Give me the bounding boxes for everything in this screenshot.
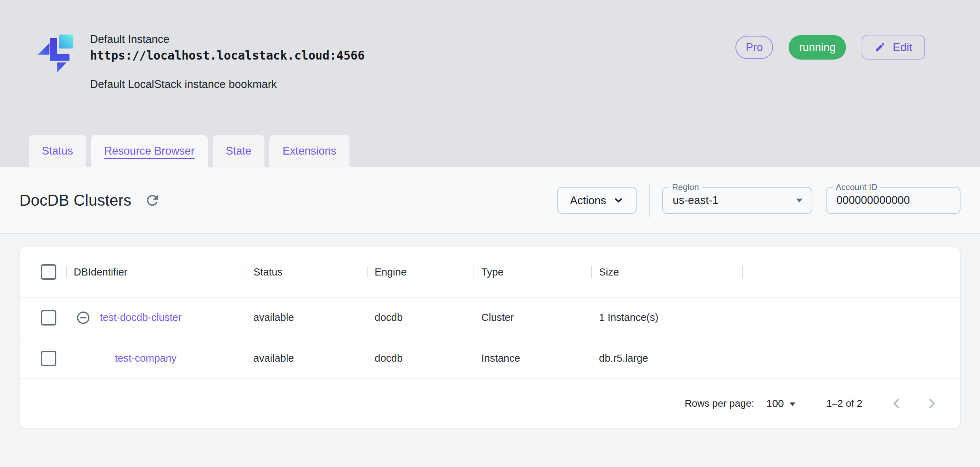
column-header-type: Type (474, 247, 591, 297)
table-header-row: DBIdentifier Status Engine Type Size (20, 247, 960, 298)
previous-page-button[interactable] (888, 395, 905, 412)
minus-circle-icon (76, 310, 91, 325)
row-checkbox-cell (20, 338, 66, 378)
chevron-down-icon (613, 195, 624, 206)
instance-tabs: Status Resource Browser State Extensions (29, 135, 350, 167)
instance-description: Default LocalStack instance bookmark (90, 78, 365, 91)
instance-header: Default Instance https://localhost.local… (0, 0, 980, 167)
page-title: DocDB Clusters (19, 191, 132, 209)
instance-info: Default Instance https://localhost.local… (90, 33, 365, 91)
dropdown-arrow-icon (796, 199, 802, 202)
instance-badges: Pro running Edit (735, 35, 925, 60)
pagination-range: 1–2 of 2 (827, 398, 862, 409)
region-select-value: us-east-1 (673, 194, 796, 207)
dbidentifier-cell: test-company (66, 338, 246, 378)
next-page-button[interactable] (923, 395, 940, 412)
size-cell: db.r5.large (591, 338, 742, 378)
localstack-logo-icon (31, 33, 74, 76)
status-cell: available (246, 338, 367, 378)
resource-content: DBIdentifier Status Engine Type Size (0, 234, 980, 467)
localstack-instance-page: Default Instance https://localhost.local… (0, 0, 980, 467)
row-checkbox[interactable] (41, 310, 56, 325)
column-header-dbidentifier: DBIdentifier (66, 247, 246, 297)
engine-cell: docdb (367, 338, 474, 378)
resource-link[interactable]: test-docdb-cluster (100, 312, 182, 324)
rows-per-page-value: 100 (766, 397, 784, 410)
toolbar-divider (649, 183, 650, 217)
account-id-label: Account ID (833, 183, 880, 192)
row-actions-cell (742, 298, 960, 338)
type-cell: Instance (474, 338, 591, 378)
column-header-actions (742, 247, 960, 297)
row-checkbox[interactable] (41, 351, 56, 366)
running-status-badge: running (789, 35, 846, 60)
dbidentifier-cell: test-docdb-cluster (66, 298, 246, 338)
resource-link[interactable]: test-company (115, 352, 177, 364)
collapse-row-button[interactable] (76, 310, 91, 325)
account-id-field: Account ID (826, 187, 961, 214)
tab-extensions[interactable]: Extensions (269, 135, 350, 167)
header-checkbox-cell (20, 247, 66, 297)
pro-badge: Pro (735, 36, 773, 59)
edit-button[interactable]: Edit (862, 35, 925, 60)
column-header-status: Status (246, 247, 367, 297)
select-all-checkbox[interactable] (41, 264, 56, 280)
tab-state[interactable]: State (213, 135, 264, 167)
region-select-label: Region (669, 183, 702, 192)
table-pagination: Rows per page: 100 1–2 of 2 (20, 379, 960, 428)
row-actions-cell (742, 338, 960, 378)
instance-header-row: Default Instance https://localhost.local… (0, 0, 980, 91)
pencil-icon (874, 41, 886, 53)
status-cell: available (246, 298, 367, 338)
engine-cell: docdb (367, 298, 474, 338)
edit-button-label: Edit (893, 41, 912, 53)
instance-name: Default Instance (90, 33, 365, 46)
column-header-size: Size (591, 247, 742, 297)
refresh-icon (144, 192, 161, 209)
type-cell: Cluster (474, 298, 591, 338)
instance-url: https://localhost.localstack.cloud:4566 (90, 49, 365, 63)
tab-status[interactable]: Status (29, 135, 86, 167)
refresh-button[interactable] (142, 190, 163, 210)
row-checkbox-cell (20, 298, 66, 338)
resource-toolbar: DocDB Clusters Actions Region us-east-1 … (0, 167, 980, 234)
chevron-right-icon (926, 397, 938, 410)
region-select[interactable]: Region us-east-1 (662, 187, 812, 214)
tab-resource-browser[interactable]: Resource Browser (91, 135, 208, 167)
column-header-engine: Engine (367, 247, 474, 297)
rows-per-page-select[interactable]: 100 (766, 397, 795, 410)
table-row: test-docdb-cluster available docdb Clust… (20, 298, 960, 338)
size-cell: 1 Instance(s) (591, 298, 742, 338)
dropdown-arrow-icon (790, 402, 795, 406)
table-row: test-company available docdb Instance db… (20, 338, 960, 379)
resource-table-card: DBIdentifier Status Engine Type Size (19, 247, 961, 428)
actions-button-label: Actions (570, 195, 606, 206)
chevron-left-icon (890, 397, 903, 410)
account-id-input[interactable] (837, 194, 960, 207)
rows-per-page-label: Rows per page: (685, 398, 754, 409)
actions-button[interactable]: Actions (557, 187, 636, 214)
